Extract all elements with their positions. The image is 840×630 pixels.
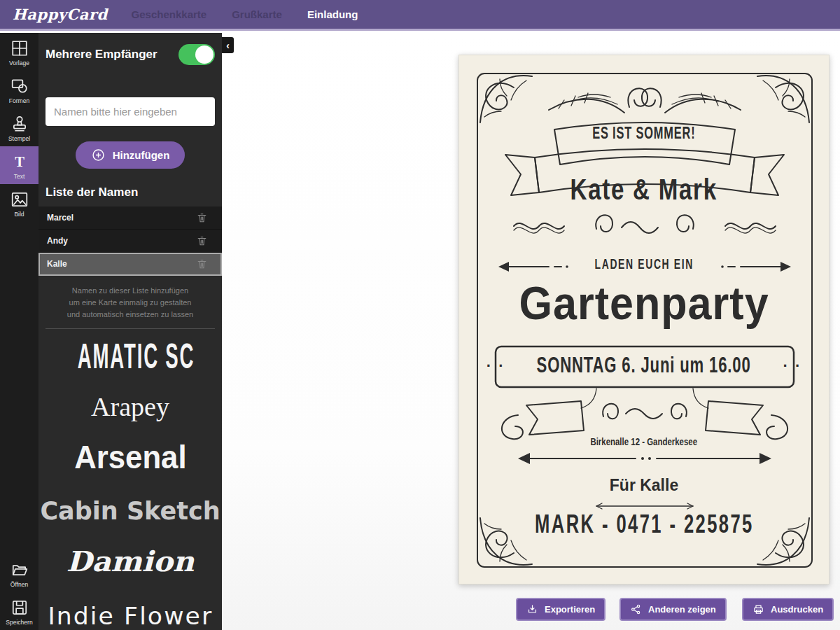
panel-divider: [46, 328, 215, 329]
collapse-sidebar-button[interactable]: ‹: [222, 37, 234, 53]
grid-icon: [10, 39, 29, 57]
svg-text:T: T: [15, 154, 24, 169]
font-option-amatic-sc[interactable]: Amatic SC: [38, 337, 222, 382]
export-button[interactable]: Exportieren: [516, 598, 606, 621]
delete-name-button[interactable]: [196, 211, 208, 224]
name-row-kalle[interactable]: Kalle: [38, 253, 222, 276]
names-list-header: Liste der Namen: [46, 186, 222, 200]
download-icon: [526, 603, 538, 615]
delete-name-button[interactable]: [196, 234, 208, 247]
names-list: Marcel Andy Kalle: [38, 206, 222, 276]
date-decor-left: · ·: [486, 357, 505, 375]
nav-einladung[interactable]: Einladung: [307, 8, 358, 20]
font-option-indie-flower[interactable]: Indie Flower: [38, 599, 222, 630]
stamp-icon: [10, 115, 29, 133]
invitation-card[interactable]: ES IST SOMMER! Kate & Mark LADEN EUCH EI…: [458, 55, 830, 584]
rail-item-speichern[interactable]: Speichern: [0, 592, 38, 630]
nav-grusskarte[interactable]: Grußkarte: [232, 8, 282, 20]
tool-rail: Vorlage Formen Stempel T Text Bild Öffne…: [0, 33, 38, 630]
font-option-damion[interactable]: Damion: [38, 542, 222, 588]
image-icon: [10, 190, 29, 209]
font-option-arapey[interactable]: Arapey: [38, 388, 222, 430]
shapes-icon: [10, 77, 29, 95]
delete-name-button[interactable]: [196, 258, 208, 270]
card-address[interactable]: Birkenalle 12 - Ganderkesee: [459, 435, 829, 448]
share-button[interactable]: Anderen zeigen: [620, 598, 727, 621]
font-list: Amatic SC Arapey Arsenal Cabin Sketch Da…: [38, 337, 222, 630]
rail-item-bild[interactable]: Bild: [0, 184, 38, 222]
trash-icon: [196, 234, 208, 247]
share-icon: [630, 603, 642, 615]
rail-item-vorlage[interactable]: Vorlage: [0, 33, 38, 71]
names-hint: Namen zu dieser Liste hinzufügen um eine…: [38, 285, 222, 321]
rail-item-text[interactable]: T Text: [0, 146, 38, 184]
save-icon: [10, 598, 29, 617]
chevron-left-icon: ‹: [226, 40, 230, 51]
name-input[interactable]: [46, 97, 215, 126]
card-names-text[interactable]: Kate & Mark: [459, 174, 829, 205]
multi-recipient-label: Mehrere Empfänger: [46, 48, 178, 62]
canvas-area: ES IST SOMMER! Kate & Mark LADEN EUCH EI…: [222, 33, 840, 630]
trash-icon: [196, 211, 208, 224]
nav-geschenkkarte[interactable]: Geschenkkarte: [132, 8, 207, 20]
rail-item-formen[interactable]: Formen: [0, 71, 38, 108]
card-recipient[interactable]: Für Kalle: [459, 476, 829, 495]
app-logo: HappyCard: [13, 6, 108, 23]
card-contact[interactable]: MARK - 0471 - 225875: [459, 511, 829, 537]
add-name-label: Hinzufügen: [113, 149, 170, 161]
trash-icon: [196, 258, 208, 270]
font-option-arsenal[interactable]: Arsenal: [38, 436, 222, 486]
rail-item-stempel[interactable]: Stempel: [0, 108, 38, 146]
sidebar-panel: ‹ Mehrere Empfänger Hinzufügen Liste der…: [38, 33, 222, 630]
name-row-andy[interactable]: Andy: [38, 230, 222, 253]
multi-recipient-row: Mehrere Empfänger: [46, 44, 215, 65]
print-icon: [752, 603, 764, 615]
multi-recipient-toggle[interactable]: [178, 44, 215, 65]
date-decor-right: · ·: [783, 357, 802, 375]
print-button[interactable]: Ausdrucken: [742, 598, 834, 621]
name-row-marcel[interactable]: Marcel: [38, 206, 222, 230]
card-date-line[interactable]: · · SONNTAG 6. Juni um 16.00 · ·: [459, 355, 829, 377]
topbar: HappyCard Geschenkkarte Grußkarte Einlad…: [0, 0, 840, 31]
folder-open-icon: [10, 561, 29, 579]
add-name-button[interactable]: Hinzufügen: [76, 141, 186, 169]
font-option-cabin-sketch[interactable]: Cabin Sketch: [38, 494, 222, 533]
card-invite-line[interactable]: LADEN EUCH EIN: [459, 258, 829, 272]
card-banner-text[interactable]: ES IST SOMMER!: [459, 125, 829, 141]
text-icon: T: [10, 153, 29, 171]
toggle-knob: [195, 46, 214, 64]
rail-item-oeffnen[interactable]: Öffnen: [0, 554, 38, 592]
plus-circle-icon: [91, 148, 106, 162]
card-title[interactable]: Gartenparty: [459, 278, 829, 328]
